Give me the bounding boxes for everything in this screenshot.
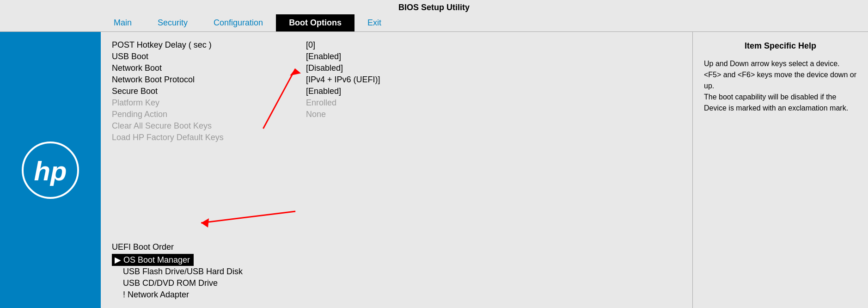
help-title: Item Specific Help [704,41,857,51]
boot-order-item[interactable]: ! Network Adapter [112,289,681,301]
svg-text:hp: hp [34,155,67,185]
setting-row: Load HP Factory Default Keys [112,132,681,143]
setting-label: Network Boot [112,63,306,73]
settings-list: POST Hotkey Delay ( sec )[0]USB Boot[Ena… [112,39,681,231]
setting-label: Secure Boot [112,86,306,96]
setting-row: Pending ActionNone [112,109,681,120]
setting-value: [Enabled] [306,52,341,62]
setting-label: Clear All Secure Boot Keys [112,121,306,131]
boot-order-title: UEFI Boot Order [112,242,681,252]
setting-row: USB Boot[Enabled] [112,51,681,62]
boot-order-item[interactable]: ▶ OS Boot Manager [112,254,194,266]
setting-value: [Enabled] [306,86,341,96]
boot-order-section: UEFI Boot Order ▶ OS Boot ManagerUSB Fla… [112,242,681,301]
setting-label: Load HP Factory Default Keys [112,133,306,142]
setting-label: Network Boot Protocol [112,75,306,85]
app-title: BIOS Setup Utility [398,3,470,12]
nav-item-boot-options[interactable]: Boot Options [276,14,355,31]
setting-value: [0] [306,40,315,50]
help-text: Up and Down arrow keys select a device.<… [704,58,857,114]
setting-row: Clear All Secure Boot Keys [112,120,681,132]
title-bar: BIOS Setup Utility [0,0,868,14]
main-area: hp POST Hotkey Delay ( sec )[0]USB Boot[… [0,32,868,308]
setting-label: Pending Action [112,110,306,119]
hp-logo: hp [20,140,80,200]
setting-label: USB Boot [112,52,306,62]
boot-order-item[interactable]: USB CD/DVD ROM Drive [112,277,681,289]
setting-row: Network Boot[Disabled] [112,62,681,74]
setting-row: Secure Boot[Enabled] [112,86,681,97]
nav-item-main[interactable]: Main [101,14,145,31]
boot-order-item[interactable]: USB Flash Drive/USB Hard Disk [112,266,681,277]
nav-item-security[interactable]: Security [145,14,201,31]
setting-value: [IPv4 + IPv6 (UEFI)] [306,75,380,85]
setting-label: POST Hotkey Delay ( sec ) [112,40,306,50]
setting-value: [Disabled] [306,63,343,73]
setting-row: Network Boot Protocol[IPv4 + IPv6 (UEFI)… [112,74,681,86]
setting-row: Platform KeyEnrolled [112,97,681,109]
sidebar: hp [0,32,101,308]
nav-item-configuration[interactable]: Configuration [201,14,276,31]
nav-item-exit[interactable]: Exit [355,14,394,31]
setting-value: None [306,110,326,119]
setting-row: POST Hotkey Delay ( sec )[0] [112,39,681,51]
content-panel: POST Hotkey Delay ( sec )[0]USB Boot[Ena… [101,32,692,308]
setting-label: Platform Key [112,98,306,108]
setting-value: Enrolled [306,98,336,108]
nav-bar: MainSecurityConfigurationBoot OptionsExi… [0,14,868,32]
help-panel: Item Specific Help Up and Down arrow key… [692,32,868,308]
